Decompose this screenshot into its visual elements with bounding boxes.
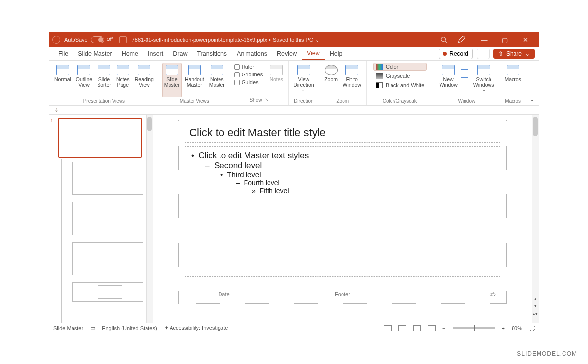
tab-animations[interactable]: Animations: [232, 47, 272, 60]
zoom-button[interactable]: Zoom: [322, 63, 340, 97]
svg-point-0: [441, 37, 446, 42]
handout-master-button[interactable]: Handout Master: [183, 63, 206, 97]
prev-slide-icon[interactable]: ▴: [533, 296, 538, 301]
date-placeholder[interactable]: Date: [185, 289, 263, 299]
tab-draw[interactable]: Draw: [168, 47, 192, 60]
search-icon[interactable]: [441, 36, 447, 43]
zoom-slider[interactable]: [453, 327, 495, 329]
tab-view[interactable]: View: [302, 47, 325, 60]
watermark: SLIDEMODEL.COM: [517, 350, 577, 357]
normal-button[interactable]: Normal: [52, 63, 73, 97]
ruler-checkbox[interactable]: Ruler: [234, 64, 263, 70]
next-slide-icon[interactable]: ▾: [533, 303, 538, 308]
fit-to-window-button[interactable]: Fit to Window: [341, 63, 363, 97]
tab-slide-master[interactable]: Slide Master: [73, 47, 117, 60]
footer-placeholder[interactable]: Footer: [289, 289, 396, 299]
group-direction: View Direction⌄ Direction: [289, 61, 319, 105]
slideshow-view-icon[interactable]: [428, 325, 436, 331]
save-icon[interactable]: [119, 36, 127, 43]
group-color-grayscale: Color Grayscale Black and White Color/Gr…: [367, 61, 434, 105]
status-mode: Slide Master: [53, 325, 83, 331]
switch-windows-button[interactable]: Switch Windows⌄: [471, 63, 496, 97]
record-button[interactable]: Record: [439, 49, 473, 59]
outline-view-button[interactable]: Outline View: [74, 63, 94, 97]
reading-view-icon[interactable]: [413, 325, 421, 331]
tab-insert[interactable]: Insert: [143, 47, 168, 60]
autosave-toggle[interactable]: Off: [91, 36, 104, 43]
tab-help[interactable]: Help: [325, 47, 347, 60]
master-thumbnail[interactable]: [58, 118, 142, 158]
slide-master-button[interactable]: Slide Master: [162, 63, 182, 97]
black-white-button[interactable]: Black and White: [373, 81, 427, 89]
new-window-button[interactable]: New Window: [437, 63, 459, 97]
notes-status-icon[interactable]: ▭: [90, 325, 95, 331]
layout-thumbnail[interactable]: [72, 282, 143, 302]
tab-file[interactable]: File: [53, 47, 73, 60]
zoom-in-button[interactable]: +: [502, 325, 505, 331]
layout-thumbnail[interactable]: [72, 162, 143, 195]
body-placeholder[interactable]: • Click to edit Master text styles – Sec…: [185, 146, 500, 277]
notes-button[interactable]: Notes: [268, 63, 285, 97]
notes-page-button[interactable]: Notes Page: [114, 63, 132, 97]
qat-more-icon[interactable]: ⇩: [54, 107, 58, 113]
status-bar: Slide Master ▭ English (United States) ✦…: [49, 323, 539, 333]
slide-sorter-button[interactable]: Slide Sorter: [95, 63, 113, 97]
thumbnail-scrollbar[interactable]: [147, 115, 153, 323]
sorter-view-icon[interactable]: [398, 325, 406, 331]
slide-number-placeholder[interactable]: ‹#›: [422, 289, 500, 299]
comments-button[interactable]: [477, 49, 490, 59]
status-language[interactable]: English (United States): [102, 325, 157, 331]
show-dialog-launcher[interactable]: ↘: [265, 97, 269, 104]
share-button[interactable]: ⇧Share⌄: [493, 49, 535, 59]
grayscale-button[interactable]: Grayscale: [373, 72, 427, 80]
normal-view-icon[interactable]: [384, 325, 392, 331]
zoom-out-button[interactable]: −: [442, 325, 445, 331]
color-button[interactable]: Color: [373, 63, 427, 71]
minimize-button[interactable]: —: [474, 36, 494, 44]
pen-icon[interactable]: [457, 36, 465, 44]
accessibility-status[interactable]: ✦ Accessibility: Investigate: [164, 325, 228, 331]
reading-view-button[interactable]: Reading View: [133, 63, 156, 97]
master-thumb-number: 1: [50, 118, 53, 123]
canvas-scrollbar[interactable]: ▴ ▾ ▴▾: [532, 115, 539, 323]
title-placeholder[interactable]: Click to edit Master title style: [185, 124, 500, 143]
group-master-views: Slide Master Handout Master Notes Master…: [159, 61, 230, 105]
slide-canvas-area[interactable]: Click to edit Master title style • Click…: [153, 115, 532, 323]
ribbon: Normal Outline View Slide Sorter Notes P…: [49, 61, 539, 106]
layout-thumbnail[interactable]: [72, 202, 143, 235]
layout-thumbnail[interactable]: [72, 242, 143, 275]
record-dot-icon: [443, 52, 447, 56]
collapse-ribbon-icon[interactable]: ⌄: [530, 97, 534, 102]
zoom-value[interactable]: 60%: [512, 325, 522, 331]
guides-checkbox[interactable]: Guides: [234, 79, 263, 85]
workspace: 1 Click to edit Master title style • Cli…: [49, 115, 539, 323]
master-slide[interactable]: Click to edit Master title style • Click…: [178, 120, 507, 304]
group-show: Ruler Gridlines Guides Notes Show↘: [230, 61, 289, 105]
document-filename: 7881-01-self-introduction-powerpoint-tem…: [132, 37, 267, 43]
thumbnail-panel[interactable]: 1: [49, 115, 147, 323]
tab-review[interactable]: Review: [272, 47, 302, 60]
group-zoom: Zoom Fit to Window Zoom: [319, 61, 367, 105]
close-button[interactable]: ✕: [515, 36, 536, 44]
autosave-label: AutoSave: [64, 37, 88, 43]
save-status[interactable]: Saved to this PC: [273, 37, 313, 43]
maximize-button[interactable]: ▢: [494, 36, 515, 44]
tab-home[interactable]: Home: [117, 47, 143, 60]
macros-button[interactable]: Macros: [502, 63, 523, 97]
svg-line-1: [445, 41, 447, 43]
title-bar: AutoSave Off 7881-01-self-introduction-p…: [49, 32, 539, 47]
fit-to-window-icon[interactable]: ⛶: [529, 325, 535, 331]
app-icon: [52, 36, 60, 44]
tab-transitions[interactable]: Transitions: [192, 47, 232, 60]
ribbon-tabs: File Slide Master Home Insert Draw Trans…: [49, 47, 539, 61]
gridlines-checkbox[interactable]: Gridlines: [234, 72, 263, 77]
group-presentation-views: Normal Outline View Slide Sorter Notes P…: [49, 61, 159, 105]
group-macros: Macros Macros: [499, 61, 526, 105]
group-window: New Window Switch Windows⌄ Window: [434, 61, 499, 105]
notes-master-button[interactable]: Notes Master: [207, 63, 227, 97]
view-direction-button[interactable]: View Direction⌄: [292, 63, 316, 97]
